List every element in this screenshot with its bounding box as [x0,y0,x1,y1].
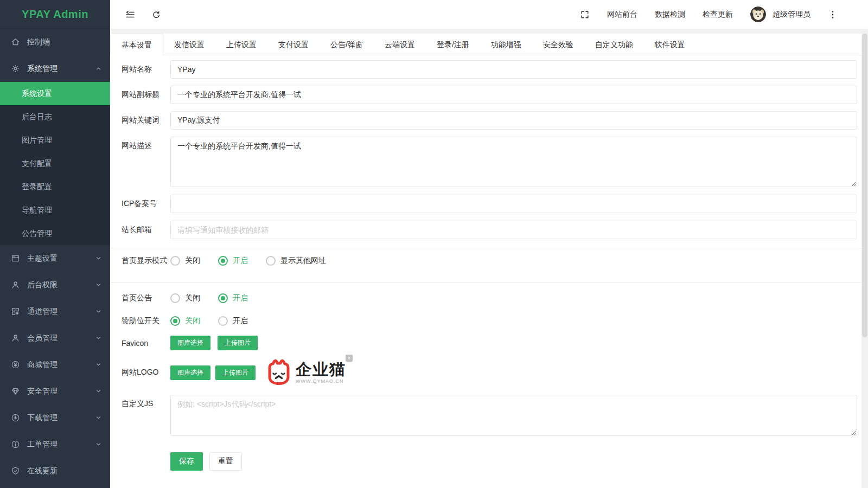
radio-sponsor-on[interactable]: 开启 [218,316,248,326]
logo-upload-button[interactable]: 上传图片 [215,365,256,380]
chevron-down-icon [95,415,101,421]
home-icon [11,37,20,47]
save-button[interactable]: 保存 [170,452,203,471]
chevron-down-icon [95,335,101,341]
form-actions-row: 保存 重置 [122,452,857,471]
tab-feature-enhance[interactable]: 功能增强 [480,34,532,55]
data-check-link[interactable]: 数据检测 [655,10,685,20]
radio-home-display-on[interactable]: 开启 [218,256,248,266]
tab-mail-settings[interactable]: 发信设置 [163,34,215,55]
website-logo-label: 网站LOGO [122,368,170,377]
radio-home-display-off[interactable]: 关闭 [170,256,200,266]
sidebar-subitem-payment-config[interactable]: 支付配置 [0,152,110,175]
reset-button[interactable]: 重置 [209,452,242,471]
home-notice-row: 首页公告 关闭 开启 [122,282,857,309]
settings-tabs: 基本设置 发信设置 上传设置 支付设置 公告/弹窗 云端设置 登录/注册 功能增… [110,34,861,55]
sidebar-subitem-notice-management[interactable]: 公告管理 [0,222,110,245]
refresh-icon[interactable] [152,10,161,19]
logo-text-block: 企业猫 WWW.QYMAO.CN [296,362,346,384]
website-description-label: 网站描述 [122,137,170,151]
more-menu-icon[interactable] [829,10,837,20]
tab-cloud-settings[interactable]: 云端设置 [374,34,426,55]
sidebar-item-channel-management[interactable]: 通道管理 [0,298,110,325]
sidebar-subitem-nav-management[interactable]: 导航管理 [0,198,110,222]
radio-dot [170,316,180,326]
website-keywords-label: 网站关键词 [122,111,170,125]
sidebar-item-backend-permissions[interactable]: 后台权限 [0,272,110,298]
basic-settings-form: 网站名称 网站副标题 网站关键词 网站描述 一个专业的系统平台开发商,值得一试 [110,55,861,471]
sidebar-item-console[interactable]: 控制端 [0,29,110,55]
radio-dot [218,293,228,303]
tab-upload-settings[interactable]: 上传设置 [215,34,267,55]
custom-js-textarea[interactable] [170,395,857,436]
website-name-input[interactable] [170,60,857,79]
cat-logo-icon [265,359,293,386]
sidebar-item-security-management[interactable]: 安全管理 [0,378,110,404]
check-update-link[interactable]: 检查更新 [703,10,733,20]
sidebar-item-mall-management[interactable]: 商城管理 [0,351,110,378]
logo-url-text: WWW.QYMAO.CN [296,378,346,384]
sidebar-subitem-system-settings[interactable]: 系统设置 [0,82,110,105]
radio-home-display-other-url[interactable]: 显示其他网址 [266,256,326,266]
shield-check-icon [11,466,20,476]
vertical-scrollbar[interactable] [861,30,868,488]
sidebar: YPAY Admin 控制端 系统管理 系统设置 后台日志 图片管理 支付配置 … [0,0,110,488]
radio-home-notice-off[interactable]: 关闭 [170,293,200,303]
content-area: 基本设置 发信设置 上传设置 支付设置 公告/弹窗 云端设置 登录/注册 功能增… [110,29,868,488]
sidebar-item-online-update[interactable]: 在线更新 [0,458,110,484]
header-actions: 网站前台 数据检测 检查更新 [580,7,837,22]
website-keywords-input[interactable] [170,111,857,130]
sponsor-switch-label: 赞助位开关 [122,316,170,326]
chevron-down-icon [95,441,101,447]
collapse-menu-icon[interactable] [125,10,135,20]
chevron-down-icon [95,362,101,368]
webmaster-email-label: 站长邮箱 [122,221,170,235]
favicon-label: Favicon [122,339,170,348]
favicon-row: Favicon 图库选择 上传图片 [122,336,857,350]
sidebar-item-ticket-management[interactable]: 工单管理 [0,431,110,458]
webmaster-email-input[interactable] [170,221,857,239]
radio-home-notice-on[interactable]: 开启 [218,293,248,303]
radio-dot [218,256,228,266]
custom-js-label: 自定义JS [122,395,170,409]
app-root: YPAY Admin 控制端 系统管理 系统设置 后台日志 图片管理 支付配置 … [0,0,868,488]
chevron-down-icon [95,388,101,394]
gear-icon [11,64,20,73]
tab-custom-features[interactable]: 自定义功能 [584,34,644,55]
tab-payment-settings[interactable]: 支付设置 [267,34,320,55]
sidebar-nav: 控制端 系统管理 系统设置 后台日志 图片管理 支付配置 登录配置 导航管理 公… [0,29,110,484]
tab-login-register[interactable]: 登录/注册 [426,34,480,55]
website-subtitle-input[interactable] [170,86,857,104]
sidebar-subitem-backend-logs[interactable]: 后台日志 [0,105,110,129]
tab-basic-settings[interactable]: 基本设置 [110,34,163,55]
radio-sponsor-off[interactable]: 关闭 [170,316,200,326]
sidebar-subitem-image-management[interactable]: 图片管理 [0,129,110,152]
home-display-mode-row: 首页显示模式 关闭 开启 显示其他网址 [122,248,857,273]
sidebar-subitem-login-config[interactable]: 登录配置 [0,175,110,198]
brand-logo: YPAY Admin [0,0,110,29]
user-menu[interactable]: 超级管理员 [750,7,810,22]
top-header: 网站前台 数据检测 检查更新 [110,0,868,29]
main-area: 网站前台 数据检测 检查更新 [110,0,868,488]
fullscreen-icon[interactable] [580,10,590,20]
logo-gallery-button[interactable]: 图库选择 [170,365,210,380]
sidebar-item-download-management[interactable]: 下载管理 [0,404,110,431]
window-icon [11,254,20,263]
chevron-down-icon [95,282,101,288]
tab-software-settings[interactable]: 软件设置 [644,34,696,55]
favicon-gallery-button[interactable]: 图库选择 [170,336,210,350]
website-subtitle-label: 网站副标题 [122,86,170,100]
settings-card: 基本设置 发信设置 上传设置 支付设置 公告/弹窗 云端设置 登录/注册 功能增… [110,34,861,488]
tab-notice-popup[interactable]: 公告/弹窗 [320,34,374,55]
icp-number-input[interactable] [170,195,857,213]
scrollbar-thumb[interactable] [862,34,867,337]
site-frontend-link[interactable]: 网站前台 [607,10,637,20]
close-icon[interactable]: × [346,355,353,362]
sidebar-item-system-management[interactable]: 系统管理 [0,55,110,82]
favicon-upload-button[interactable]: 上传图片 [218,336,258,350]
sidebar-item-theme-settings[interactable]: 主题设置 [0,245,110,272]
sidebar-item-member-management[interactable]: 会员管理 [0,325,110,351]
website-description-textarea[interactable]: 一个专业的系统平台开发商,值得一试 [170,137,857,187]
tab-security-verify[interactable]: 安全效验 [532,34,584,55]
gem-icon [11,387,20,396]
